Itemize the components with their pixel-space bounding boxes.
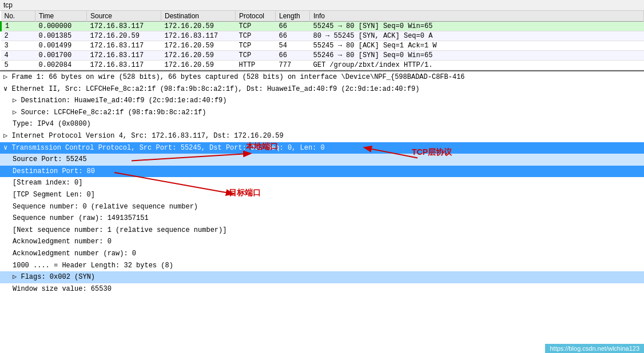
cell-source: 172.16.83.117	[87, 41, 161, 51]
cell-no: 4	[1, 51, 35, 61]
detail-row: Type: IPv4 (0x0800)	[0, 118, 644, 130]
cell-no: 3	[1, 41, 35, 51]
cell-length: 66	[276, 51, 310, 61]
cell-protocol: HTTP	[236, 61, 276, 70]
cell-time: 0.000000	[35, 22, 87, 31]
cell-no: 2	[1, 31, 35, 41]
table-row[interactable]: 40.001700172.16.83.117172.16.20.59TCP665…	[1, 51, 644, 61]
detail-row: ▷ Frame 1: 66 bytes on wire (528 bits), …	[0, 71, 644, 83]
cell-info: 55246 → 80 [SYN] Seq=0 Win=65	[310, 51, 644, 61]
col-length: Length	[276, 11, 310, 22]
bottom-bar: https://blog.csdn.net/wlchina123	[545, 344, 644, 353]
col-info: Info	[310, 11, 644, 22]
cell-time: 0.001700	[35, 51, 87, 61]
cell-no: 1	[1, 22, 35, 31]
cell-info: 55245 → 80 [ACK] Seq=1 Ack=1 W	[310, 41, 644, 51]
detail-row: ▷ Destination: HuaweiTe_ad:40:f9 (2c:9d:…	[0, 95, 644, 107]
cell-source: 172.16.83.117	[87, 22, 161, 31]
detail-row: [TCP Segment Len: 0]	[0, 189, 644, 201]
cell-protocol: TCP	[236, 51, 276, 61]
cell-info: 80 → 55245 [SYN, ACK] Seq=0 A	[310, 31, 644, 41]
detail-row: 1000 .... = Header Length: 32 bytes (8)	[0, 260, 644, 272]
detail-row: Window size value: 65530	[0, 283, 644, 295]
cell-dest: 172.16.20.59	[161, 41, 236, 51]
cell-length: 54	[276, 41, 310, 51]
cell-source: 172.16.20.59	[87, 31, 161, 41]
detail-row: Acknowledgment number (raw): 0	[0, 248, 644, 260]
col-destination: Destination	[161, 11, 236, 22]
cell-time: 0.001499	[35, 41, 87, 51]
cell-info: 55245 → 80 [SYN] Seq=0 Win=65	[310, 22, 644, 31]
detail-row: Sequence number: 0 (relative sequence nu…	[0, 201, 644, 213]
cell-protocol: TCP	[236, 22, 276, 31]
detail-row: ∨ Transmission Control Protocol, Src Por…	[0, 142, 644, 154]
title-bar: tcp	[0, 0, 644, 11]
detail-row: ▷ Flags: 0x002 (SYN)	[0, 271, 644, 283]
cell-dest: 172.16.83.117	[161, 31, 236, 41]
packet-table: No. Time Source Destination Protocol Len…	[0, 11, 644, 70]
detail-pane: ▷ Frame 1: 66 bytes on wire (528 bits), …	[0, 70, 644, 295]
cell-length: 66	[276, 31, 310, 41]
detail-row: Sequence number (raw): 1491357151	[0, 212, 644, 224]
detail-row: [Stream index: 0]	[0, 177, 644, 189]
cell-dest: 172.16.20.59	[161, 51, 236, 61]
cell-length: 777	[276, 61, 310, 70]
detail-row: ▷ Source: LCFCHeFe_8c:a2:1f (98:fa:9b:8c…	[0, 107, 644, 119]
cell-info: GET /group/zbxt/index HTTP/1.	[310, 61, 644, 70]
table-header-row: No. Time Source Destination Protocol Len…	[1, 11, 644, 22]
cell-dest: 172.16.20.59	[161, 22, 236, 31]
cell-time: 0.002084	[35, 61, 87, 70]
table-row[interactable]: 20.001385172.16.20.59172.16.83.117TCP668…	[1, 31, 644, 41]
cell-no: 5	[1, 61, 35, 70]
cell-time: 0.001385	[35, 31, 87, 41]
title-text: tcp	[3, 1, 13, 9]
cell-length: 66	[276, 22, 310, 31]
cell-source: 172.16.83.117	[87, 51, 161, 61]
detail-row: Destination Port: 80	[0, 166, 644, 178]
cell-protocol: TCP	[236, 41, 276, 51]
col-time: Time	[35, 11, 87, 22]
cell-source: 172.16.83.117	[87, 61, 161, 70]
table-row[interactable]: 10.000000172.16.83.117172.16.20.59TCP665…	[1, 22, 644, 31]
col-source: Source	[87, 11, 161, 22]
detail-row: Acknowledgment number: 0	[0, 236, 644, 248]
bottom-url: https://blog.csdn.net/wlchina123	[550, 345, 639, 352]
col-no: No.	[1, 11, 35, 22]
detail-row: [Next sequence number: 1 (relative seque…	[0, 224, 644, 236]
detail-row: ▷ Internet Protocol Version 4, Src: 172.…	[0, 130, 644, 142]
cell-dest: 172.16.20.59	[161, 61, 236, 70]
packet-list: No. Time Source Destination Protocol Len…	[0, 11, 644, 70]
detail-row: ∨ Ethernet II, Src: LCFCHeFe_8c:a2:1f (9…	[0, 83, 644, 95]
table-row[interactable]: 50.002084172.16.83.117172.16.20.59HTTP77…	[1, 61, 644, 70]
detail-row: Source Port: 55245	[0, 154, 644, 166]
col-protocol: Protocol	[236, 11, 276, 22]
cell-protocol: TCP	[236, 31, 276, 41]
table-row[interactable]: 30.001499172.16.83.117172.16.20.59TCP545…	[1, 41, 644, 51]
